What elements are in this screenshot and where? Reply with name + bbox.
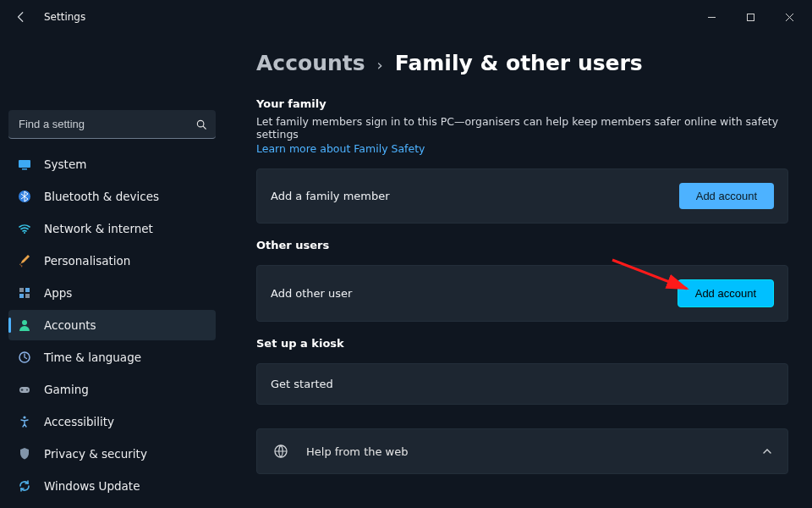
- svg-point-1: [197, 120, 204, 127]
- card-label: Add a family member: [271, 190, 390, 202]
- display-icon: [17, 157, 32, 172]
- sidebar-item-apps[interactable]: Apps: [8, 278, 216, 308]
- section-heading-family: Your family: [256, 97, 788, 110]
- svg-rect-3: [22, 168, 27, 170]
- section-heading-kiosk: Set up a kiosk: [256, 337, 788, 350]
- svg-point-13: [26, 389, 28, 391]
- sidebar-item-accounts[interactable]: Accounts: [8, 310, 216, 340]
- sidebar-item-network[interactable]: Network & internet: [8, 213, 216, 244]
- chevron-up-icon: [762, 446, 772, 456]
- sidebar-item-label: Time & language: [44, 351, 141, 364]
- sidebar-item-label: Privacy & security: [44, 447, 147, 461]
- svg-rect-2: [19, 160, 30, 168]
- sidebar: System Bluetooth & devices Network & int…: [0, 34, 224, 508]
- sidebar-item-label: Gaming: [44, 383, 89, 396]
- search-input[interactable]: [8, 110, 216, 139]
- profile-block: [8, 39, 216, 110]
- breadcrumb-parent[interactable]: Accounts: [256, 51, 365, 75]
- section-heading-other: Other users: [256, 239, 788, 251]
- add-other-account-button[interactable]: Add account: [678, 279, 774, 307]
- app-title: Settings: [44, 11, 85, 23]
- card-label: Get started: [271, 378, 333, 390]
- svg-point-14: [23, 416, 25, 418]
- maximize-button[interactable]: [731, 3, 770, 30]
- sidebar-item-accessibility[interactable]: Accessibility: [8, 406, 216, 437]
- sidebar-item-bluetooth[interactable]: Bluetooth & devices: [8, 181, 216, 212]
- help-label: Help from the web: [306, 445, 409, 458]
- globe-icon: [272, 443, 289, 460]
- shield-icon: [17, 446, 32, 461]
- apps-icon: [17, 285, 32, 301]
- sidebar-item-update[interactable]: Windows Update: [8, 471, 216, 501]
- sidebar-item-label: Apps: [44, 286, 72, 300]
- paintbrush-icon: [17, 253, 32, 268]
- sidebar-nav: System Bluetooth & devices Network & int…: [8, 149, 216, 501]
- sidebar-item-personalisation[interactable]: Personalisation: [8, 246, 216, 276]
- title-bar: Settings: [0, 0, 812, 34]
- svg-point-10: [22, 320, 27, 325]
- breadcrumb-current: Family & other users: [395, 51, 643, 75]
- sidebar-item-label: Accounts: [44, 318, 96, 332]
- search-icon: [195, 119, 207, 130]
- svg-rect-0: [747, 14, 754, 20]
- breadcrumb: Accounts › Family & other users: [256, 51, 788, 75]
- back-button[interactable]: [12, 8, 30, 26]
- sidebar-item-system[interactable]: System: [8, 149, 216, 179]
- add-family-member-card: Add a family member Add account: [256, 168, 788, 224]
- update-icon: [17, 478, 32, 494]
- sidebar-item-privacy[interactable]: Privacy & security: [8, 439, 216, 469]
- close-button[interactable]: [770, 3, 809, 30]
- svg-rect-9: [25, 294, 30, 298]
- add-family-account-button[interactable]: Add account: [679, 183, 774, 209]
- sidebar-item-label: Windows Update: [44, 479, 140, 493]
- bluetooth-icon: [17, 189, 32, 204]
- wifi-icon: [17, 221, 32, 236]
- family-safety-link[interactable]: Learn more about Family Safety: [256, 142, 425, 155]
- help-from-web-card[interactable]: Help from the web: [256, 428, 788, 474]
- section-description-family: Let family members sign in to this PC—or…: [256, 115, 788, 141]
- svg-point-5: [24, 232, 25, 234]
- gamepad-icon: [17, 382, 32, 397]
- sidebar-item-time-language[interactable]: Time & language: [8, 342, 216, 373]
- sidebar-item-label: Accessibility: [44, 415, 114, 428]
- accessibility-icon: [17, 414, 32, 429]
- sidebar-item-label: Personalisation: [44, 254, 130, 268]
- globe-clock-icon: [17, 350, 32, 365]
- minimize-button[interactable]: [692, 3, 731, 30]
- svg-rect-6: [19, 288, 24, 292]
- svg-rect-8: [19, 294, 24, 298]
- sidebar-item-label: Bluetooth & devices: [44, 190, 159, 203]
- search-wrap: [8, 110, 216, 139]
- kiosk-card[interactable]: Get started: [256, 363, 788, 405]
- main-content: Accounts › Family & other users Your fam…: [224, 34, 812, 508]
- svg-rect-7: [25, 288, 30, 292]
- person-icon: [17, 318, 32, 333]
- sidebar-item-gaming[interactable]: Gaming: [8, 374, 216, 405]
- sidebar-item-label: System: [44, 157, 86, 171]
- sidebar-item-label: Network & internet: [44, 222, 153, 235]
- chevron-right-icon: ›: [377, 56, 383, 74]
- add-other-user-card: Add other user Add account: [256, 265, 788, 322]
- card-label: Add other user: [271, 287, 352, 300]
